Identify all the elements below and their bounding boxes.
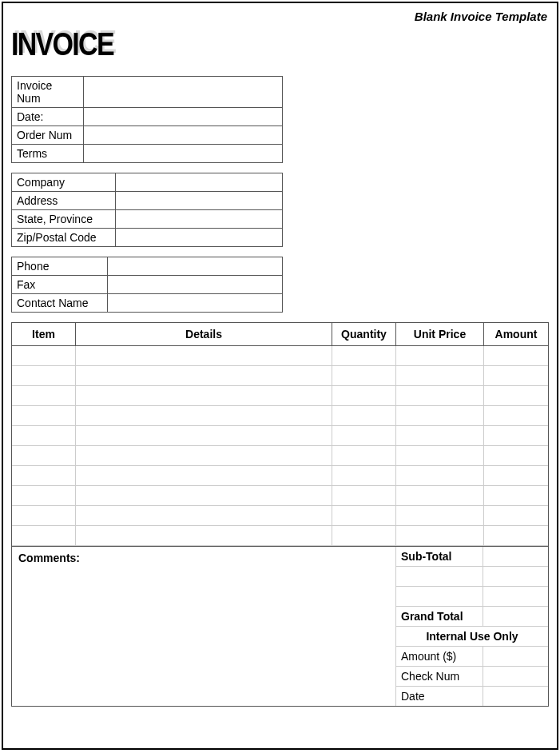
cell-item[interactable] <box>12 446 76 465</box>
cell-details[interactable] <box>76 426 332 445</box>
comments-box[interactable]: Comments: <box>11 547 395 707</box>
table-row <box>12 406 548 426</box>
cell-item[interactable] <box>12 506 76 525</box>
table-row <box>12 386 548 406</box>
cell-item[interactable] <box>12 406 76 425</box>
cell-details[interactable] <box>76 386 332 405</box>
cell-quantity[interactable] <box>332 346 396 365</box>
cell-details[interactable] <box>76 446 332 465</box>
cell-amount[interactable] <box>484 406 548 425</box>
invoice-page: Blank Invoice Template INVOICE INVOICE I… <box>2 2 558 750</box>
check-num-label: Check Num <box>395 667 483 686</box>
internal-use-header: Internal Use Only <box>395 627 548 647</box>
col-item: Item <box>12 323 76 345</box>
company-field[interactable] <box>116 173 282 191</box>
cell-unit_price[interactable] <box>396 506 484 525</box>
cell-unit_price[interactable] <box>396 466 484 485</box>
internal-amount-field[interactable] <box>483 647 548 666</box>
cell-unit_price[interactable] <box>396 406 484 425</box>
contact-name-label: Contact Name <box>12 294 108 312</box>
order-num-label: Order Num <box>12 126 84 144</box>
cell-unit_price[interactable] <box>396 386 484 405</box>
internal-date-label: Date <box>395 687 483 706</box>
cell-item[interactable] <box>12 486 76 505</box>
cell-unit_price[interactable] <box>396 366 484 385</box>
col-details: Details <box>76 323 332 345</box>
cell-details[interactable] <box>76 526 332 545</box>
cell-quantity[interactable] <box>332 386 396 405</box>
cell-amount[interactable] <box>484 386 548 405</box>
line-items-table: Item Details Quantity Unit Price Amount <box>11 322 549 547</box>
totals-blank2-label <box>395 587 483 606</box>
cell-amount[interactable] <box>484 366 548 385</box>
cell-quantity[interactable] <box>332 426 396 445</box>
cell-quantity[interactable] <box>332 506 396 525</box>
template-label: Blank Invoice Template <box>11 10 547 23</box>
comments-label: Comments: <box>18 552 80 564</box>
cell-unit_price[interactable] <box>396 526 484 545</box>
phone-field[interactable] <box>108 257 282 275</box>
cell-amount[interactable] <box>484 506 548 525</box>
fax-field[interactable] <box>108 276 282 293</box>
cell-amount[interactable] <box>484 466 548 485</box>
subtotal-label: Sub-Total <box>395 547 483 566</box>
fax-label: Fax <box>12 276 108 293</box>
table-row <box>12 426 548 446</box>
cell-details[interactable] <box>76 406 332 425</box>
cell-item[interactable] <box>12 346 76 365</box>
table-row <box>12 466 548 486</box>
cell-details[interactable] <box>76 366 332 385</box>
cell-amount[interactable] <box>484 446 548 465</box>
cell-quantity[interactable] <box>332 466 396 485</box>
date-field[interactable] <box>84 108 282 126</box>
cell-item[interactable] <box>12 386 76 405</box>
company-label: Company <box>12 173 116 191</box>
state-field[interactable] <box>116 210 282 228</box>
cell-unit_price[interactable] <box>396 346 484 365</box>
address-field[interactable] <box>116 192 282 209</box>
zip-label: Zip/Postal Code <box>12 229 116 246</box>
internal-amount-label: Amount ($) <box>395 647 483 666</box>
contact-name-field[interactable] <box>108 294 282 312</box>
cell-amount[interactable] <box>484 346 548 365</box>
totals-blank2-field[interactable] <box>483 587 548 606</box>
cell-item[interactable] <box>12 466 76 485</box>
subtotal-field[interactable] <box>483 547 548 566</box>
invoice-num-field[interactable] <box>84 77 282 107</box>
cell-item[interactable] <box>12 366 76 385</box>
cell-details[interactable] <box>76 486 332 505</box>
invoice-meta-block: Invoice Num Date: Order Num Terms <box>11 76 283 163</box>
check-num-field[interactable] <box>483 667 548 686</box>
cell-item[interactable] <box>12 526 76 545</box>
totals-blank1-field[interactable] <box>483 567 548 586</box>
grand-total-field[interactable] <box>483 607 548 626</box>
terms-field[interactable] <box>84 145 282 162</box>
cell-details[interactable] <box>76 466 332 485</box>
table-row <box>12 446 548 466</box>
cell-details[interactable] <box>76 506 332 525</box>
cell-quantity[interactable] <box>332 486 396 505</box>
state-label: State, Province <box>12 210 116 228</box>
cell-unit_price[interactable] <box>396 486 484 505</box>
col-amount: Amount <box>484 323 548 345</box>
cell-amount[interactable] <box>484 486 548 505</box>
col-quantity: Quantity <box>332 323 396 345</box>
totals-blank1-label <box>395 567 483 586</box>
zip-field[interactable] <box>116 229 282 246</box>
cell-item[interactable] <box>12 426 76 445</box>
cell-quantity[interactable] <box>332 406 396 425</box>
cell-quantity[interactable] <box>332 366 396 385</box>
company-meta-block: Company Address State, Province Zip/Post… <box>11 173 283 247</box>
contact-meta-block: Phone Fax Contact Name <box>11 257 283 313</box>
internal-date-field[interactable] <box>483 687 548 706</box>
table-row <box>12 346 548 366</box>
cell-quantity[interactable] <box>332 446 396 465</box>
cell-amount[interactable] <box>484 526 548 545</box>
cell-details[interactable] <box>76 346 332 365</box>
col-unit-price: Unit Price <box>396 323 484 345</box>
cell-quantity[interactable] <box>332 526 396 545</box>
cell-unit_price[interactable] <box>396 446 484 465</box>
cell-unit_price[interactable] <box>396 426 484 445</box>
order-num-field[interactable] <box>84 126 282 144</box>
cell-amount[interactable] <box>484 426 548 445</box>
